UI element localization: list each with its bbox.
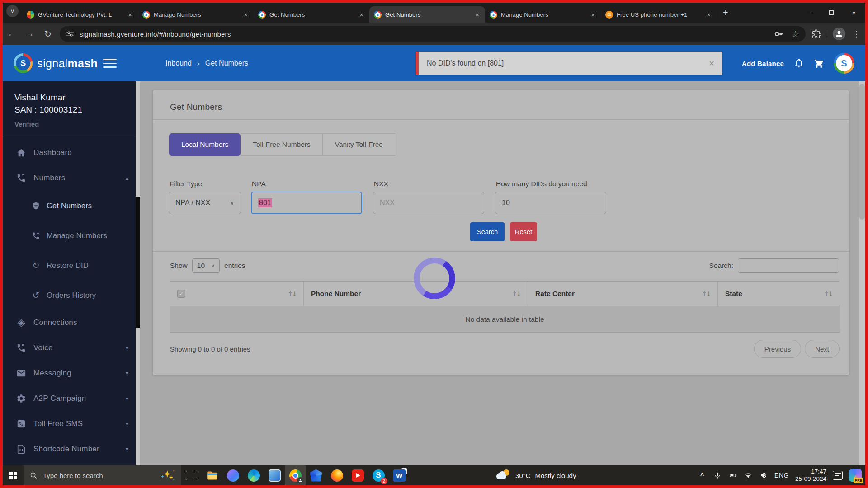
notification-center-icon[interactable] <box>833 471 843 480</box>
page-scrollbar[interactable] <box>859 81 865 465</box>
sidebar-scrollbar[interactable] <box>136 81 140 465</box>
tab-close-icon[interactable]: × <box>358 11 365 19</box>
gem-icon: ◈ <box>16 318 26 328</box>
bookmark-star-icon[interactable]: ☆ <box>792 29 799 39</box>
reload-button[interactable]: ↻ <box>39 29 57 39</box>
tab-close-icon[interactable]: × <box>242 11 249 19</box>
skype-button[interactable]: S 2 <box>368 465 389 485</box>
wifi-icon[interactable] <box>744 471 753 480</box>
taskbar-weather-widget[interactable]: 30°C Mostly cloudy <box>495 469 576 481</box>
taskbar-clock[interactable]: 17:47 25-09-2024 <box>795 468 826 483</box>
nxx-input[interactable] <box>380 199 477 207</box>
tab-close-icon[interactable]: × <box>590 11 596 19</box>
microphone-icon[interactable] <box>713 471 722 480</box>
tab-vanity-toll-free[interactable]: Vanity Toll-Free <box>323 133 395 156</box>
site-info-icon[interactable] <box>66 31 74 37</box>
search-button[interactable]: Search <box>470 222 505 241</box>
minimize-button[interactable] <box>797 3 820 23</box>
sidebar-item-messaging[interactable]: Messaging ▾ <box>3 361 140 386</box>
tab-toll-free-numbers[interactable]: Toll-Free Numbers <box>241 133 322 156</box>
taskbar-search-box[interactable] <box>24 465 181 485</box>
browser-tab-get-numbers-1[interactable]: S Get Numbers × <box>254 6 369 23</box>
brand-text: signalmash <box>37 57 98 70</box>
sidebar-item-toll-free-sms[interactable]: Toll Free SMS ▾ <box>3 411 140 436</box>
state-column-header[interactable]: State ↑↓ <box>718 282 840 306</box>
sidebar-item-a2p-campaign[interactable]: A2P Campaign ▾ <box>3 386 140 411</box>
page-scrollbar-thumb[interactable] <box>859 84 865 220</box>
back-button[interactable]: ← <box>3 29 21 39</box>
close-window-button[interactable]: × <box>843 3 865 23</box>
add-balance-button[interactable]: Add Balance <box>742 60 784 67</box>
sidebar-toggle-hamburger-icon[interactable] <box>103 59 117 68</box>
page-size-select[interactable]: 10 ∨ <box>192 258 220 273</box>
cart-icon[interactable] <box>814 58 824 68</box>
sidebar-item-connections[interactable]: ◈ Connections <box>3 310 140 335</box>
sort-icon[interactable]: ↑↓ <box>288 290 296 297</box>
npa-input[interactable]: 801 <box>251 192 362 214</box>
preview-app-icon[interactable]: PRE <box>849 469 862 482</box>
sidebar-item-shortcode-number[interactable]: Shortcode Number ▾ <box>3 436 140 462</box>
filter-type-select[interactable]: NPA / NXX ∨ <box>169 192 241 214</box>
breadcrumb-section[interactable]: Inbound <box>165 59 192 67</box>
tab-close-icon[interactable]: × <box>705 11 712 19</box>
sidebar-scrollbar-thumb[interactable] <box>136 197 140 328</box>
new-tab-button[interactable]: + <box>723 8 728 18</box>
word-button[interactable]: W <box>389 465 410 485</box>
sidebar-item-voice[interactable]: Voice ▾ <box>3 335 140 361</box>
notifications-bell-icon[interactable] <box>794 58 804 68</box>
sort-icon[interactable]: ↑↓ <box>702 290 710 297</box>
next-page-button[interactable]: Next <box>805 340 840 358</box>
table-header-row: ✓ ↑↓ Phone Number ↑↓ Rate Center ↑↓ Stat… <box>170 281 840 306</box>
browser-tab-gventure[interactable]: GVenture Technology Pvt. L × <box>22 6 138 23</box>
tab-search-menu-button[interactable]: ∨ <box>6 5 19 17</box>
signalmash-logo[interactable]: S signalmash <box>14 53 98 73</box>
chrome-button-active[interactable] <box>285 465 306 485</box>
browser-tab-get-numbers-active[interactable]: S Get Numbers × <box>369 6 485 23</box>
task-view-button[interactable] <box>181 465 202 485</box>
address-bar[interactable]: signalmash.gventure.info/#/inbound/get-n… <box>60 26 806 42</box>
tab-close-icon[interactable]: × <box>474 11 481 19</box>
language-indicator[interactable]: ENG <box>774 472 789 479</box>
browser-tab-manage-numbers-2[interactable]: S Manage Numbers × <box>485 6 601 23</box>
tray-chevron-icon[interactable]: ^ <box>698 471 707 480</box>
select-all-checkbox[interactable]: ✓ <box>177 290 185 298</box>
firefox-button[interactable] <box>326 465 347 485</box>
battery-icon[interactable] <box>728 471 737 480</box>
sidebar-item-get-numbers[interactable]: Get Numbers <box>3 191 140 221</box>
sidebar-item-manage-numbers[interactable]: Manage Numbers <box>3 221 140 250</box>
rate-center-column-header[interactable]: Rate Center ↑↓ <box>528 282 718 306</box>
account-avatar[interactable]: S <box>834 53 854 74</box>
youtube-button[interactable] <box>347 465 368 485</box>
tab-local-numbers[interactable]: Local Numbers <box>169 133 241 156</box>
taskbar-search-input[interactable] <box>43 472 156 479</box>
browser-tab-free-us-number[interactable]: ✉ Free US phone number +1 × <box>601 6 717 23</box>
url-text[interactable]: signalmash.gventure.info/#/inbound/get-n… <box>80 30 766 38</box>
previous-page-button[interactable]: Previous <box>754 340 801 358</box>
reset-button[interactable]: Reset <box>510 222 537 241</box>
tab-close-icon[interactable]: × <box>127 11 133 19</box>
copilot-button[interactable] <box>222 465 243 485</box>
forward-button[interactable]: → <box>21 29 39 39</box>
password-key-icon[interactable] <box>774 29 783 38</box>
start-button[interactable] <box>3 465 24 485</box>
sort-icon[interactable]: ↑↓ <box>512 290 520 297</box>
alert-close-icon[interactable]: × <box>709 58 714 69</box>
sidebar-item-numbers[interactable]: Numbers ▴ <box>3 165 140 191</box>
browser-tab-manage-numbers-1[interactable]: S Manage Numbers × <box>138 6 254 23</box>
volume-icon[interactable] <box>759 471 768 480</box>
sidebar-item-orders-history[interactable]: ↺ Orders History <box>3 280 140 310</box>
photos-app-button[interactable] <box>264 465 285 485</box>
browser-menu-icon[interactable]: ⋮ <box>852 29 861 39</box>
select-all-column-header[interactable]: ✓ ↑↓ <box>170 282 304 306</box>
blue-app-button[interactable] <box>306 465 326 485</box>
sidebar-item-dashboard[interactable]: Dashboard <box>3 140 140 165</box>
table-search-input[interactable] <box>738 258 839 273</box>
maximize-button[interactable] <box>820 3 843 23</box>
extensions-puzzle-icon[interactable] <box>812 29 821 39</box>
dids-input[interactable] <box>502 199 599 207</box>
browser-profile-avatar[interactable] <box>833 28 845 40</box>
sidebar-item-restore-did[interactable]: ↻ Restore DID <box>3 250 140 280</box>
edge-button[interactable] <box>243 465 264 485</box>
file-explorer-button[interactable] <box>202 465 222 485</box>
sort-icon[interactable]: ↑↓ <box>824 290 832 297</box>
